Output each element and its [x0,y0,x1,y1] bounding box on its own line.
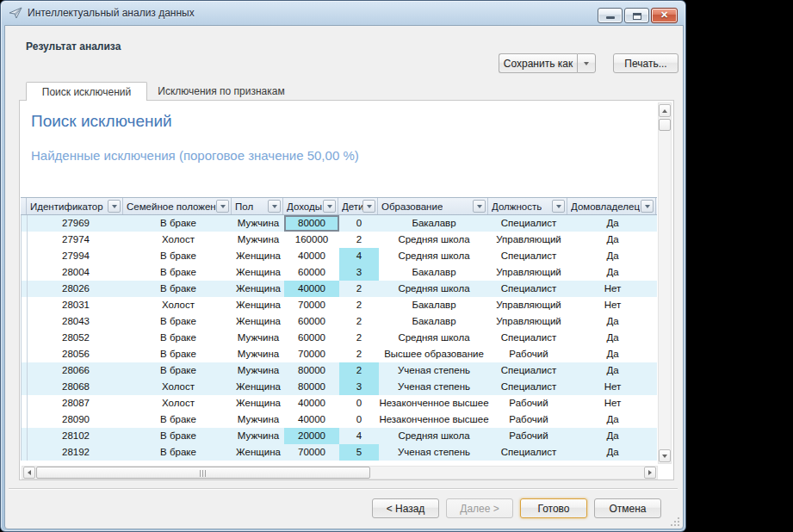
table-cell[interactable]: Да [568,215,657,232]
table-cell[interactable]: Средняя школа [379,248,489,264]
table-cell[interactable]: В браке [124,428,232,444]
table-cell[interactable]: 28004 [28,264,124,281]
table-cell[interactable]: 28192 [28,444,124,461]
table-cell[interactable]: Да [568,411,657,428]
table-cell[interactable]: 28026 [28,281,124,297]
table-cell[interactable]: 0 [339,411,379,428]
table-cell[interactable]: Холост [124,395,232,411]
table-cell[interactable]: Мужчина [232,330,284,346]
table-cell[interactable]: 0 [339,395,379,411]
table-cell[interactable]: Мужчина [232,215,284,232]
table-cell[interactable]: Незаконченное высшее [379,411,489,428]
table-cell[interactable]: Женщина [232,379,284,395]
table-cell[interactable]: 28102 [28,428,124,444]
table-cell[interactable]: 70000 [284,444,339,461]
table-cell[interactable]: 40000 [284,281,339,297]
filter-dropdown-button[interactable] [216,200,229,213]
table-cell[interactable]: 5 [339,444,379,461]
table-cell[interactable]: Да [568,362,657,379]
table-cell[interactable]: Женщина [232,395,284,411]
table-cell[interactable]: Незаконченное высшее [379,395,489,411]
table-cell[interactable]: Рабочий [489,411,568,428]
table-cell[interactable]: 70000 [284,297,339,313]
table-cell[interactable]: Бакалавр [379,297,489,313]
table-cell[interactable]: Нет [568,297,657,313]
table-cell[interactable]: 2 [339,297,379,313]
table-cell[interactable]: В браке [124,215,232,232]
table-cell[interactable]: 60000 [284,264,339,281]
table-cell[interactable]: Да [568,264,657,281]
table-cell[interactable]: Холост [124,297,232,313]
table-cell[interactable]: 28052 [28,330,124,346]
table-cell[interactable]: Да [568,428,657,444]
table-cell[interactable]: В браке [124,362,232,379]
table-cell[interactable]: Да [568,444,657,461]
title-bar[interactable]: Интеллектуальный анализ данных ✕ [1,1,685,25]
table-cell[interactable]: 27974 [28,232,124,248]
table-cell[interactable]: 28090 [28,411,124,428]
table-cell[interactable]: 4 [339,428,379,444]
filter-dropdown-button[interactable] [552,200,565,213]
filter-dropdown-button[interactable] [108,200,121,213]
table-cell[interactable]: 28043 [28,313,124,330]
table-cell[interactable]: 28068 [28,379,124,395]
back-button[interactable]: < Назад [372,498,439,518]
vertical-scrollbar[interactable] [658,102,672,464]
table-cell[interactable]: Бакалавр [379,313,489,330]
table-cell[interactable]: 2 [339,346,379,362]
table-cell[interactable]: Специалист [489,248,568,264]
table-cell[interactable]: Рабочий [489,428,568,444]
table-cell[interactable]: 2 [339,232,379,248]
resize-grip[interactable] [671,517,680,526]
table-cell[interactable]: Средняя школа [379,281,489,297]
vertical-scroll-thumb[interactable] [659,119,671,131]
table-cell[interactable]: Средняя школа [379,232,489,248]
table-cell[interactable]: Управляющий [489,313,568,330]
table-cell[interactable]: Мужчина [232,232,284,248]
horizontal-scrollbar[interactable] [22,466,658,479]
cancel-button[interactable]: Отмена [594,498,661,518]
table-cell[interactable]: 2 [339,281,379,297]
table-cell[interactable]: Специалист [489,281,568,297]
table-cell[interactable]: 2 [339,330,379,346]
table-cell[interactable]: 28066 [28,362,124,379]
table-cell[interactable]: Высшее образование [379,346,489,362]
table-cell[interactable]: 80000 [284,362,339,379]
table-cell[interactable]: В браке [124,248,232,264]
print-button[interactable]: Печать... [613,53,678,73]
tab-outlier-search[interactable]: Поиск исключений [26,82,147,101]
table-cell[interactable]: Женщина [232,281,284,297]
table-cell[interactable]: Управляющий [489,232,568,248]
table-cell[interactable]: 4 [339,248,379,264]
table-cell[interactable]: В браке [124,264,232,281]
table-cell[interactable]: Ученая степень [379,362,489,379]
table-cell[interactable]: 0 [339,215,379,232]
table-cell[interactable]: Женщина [232,264,284,281]
table-cell[interactable]: Специалист [489,330,568,346]
filter-dropdown-button[interactable] [268,200,281,213]
table-cell[interactable]: Холост [124,232,232,248]
table-cell[interactable]: Женщина [232,444,284,461]
table-cell[interactable]: Управляющий [489,264,568,281]
table-cell[interactable]: Женщина [232,313,284,330]
table-cell[interactable]: Женщина [232,248,284,264]
table-cell[interactable]: Бакалавр [379,264,489,281]
table-cell[interactable]: 40000 [284,248,339,264]
table-cell[interactable]: Ученая степень [379,444,489,461]
table-cell[interactable]: Бакалавр [379,215,489,232]
table-cell[interactable]: Специалист [489,444,568,461]
table-cell[interactable]: В браке [124,281,232,297]
table-cell[interactable]: 28031 [28,297,124,313]
table-cell[interactable]: Да [568,248,657,264]
horizontal-scroll-thumb[interactable] [36,467,370,479]
table-cell[interactable]: Рабочий [489,395,568,411]
maximize-button[interactable] [624,8,649,23]
table-cell[interactable]: 3 [339,379,379,395]
filter-dropdown-button[interactable] [473,200,486,213]
scroll-up-button[interactable] [659,104,671,117]
close-button[interactable]: ✕ [651,8,678,23]
scroll-down-button[interactable] [659,449,671,462]
scroll-right-button[interactable] [644,467,656,479]
table-cell[interactable]: Да [568,232,657,248]
table-cell[interactable]: Нет [568,379,657,395]
